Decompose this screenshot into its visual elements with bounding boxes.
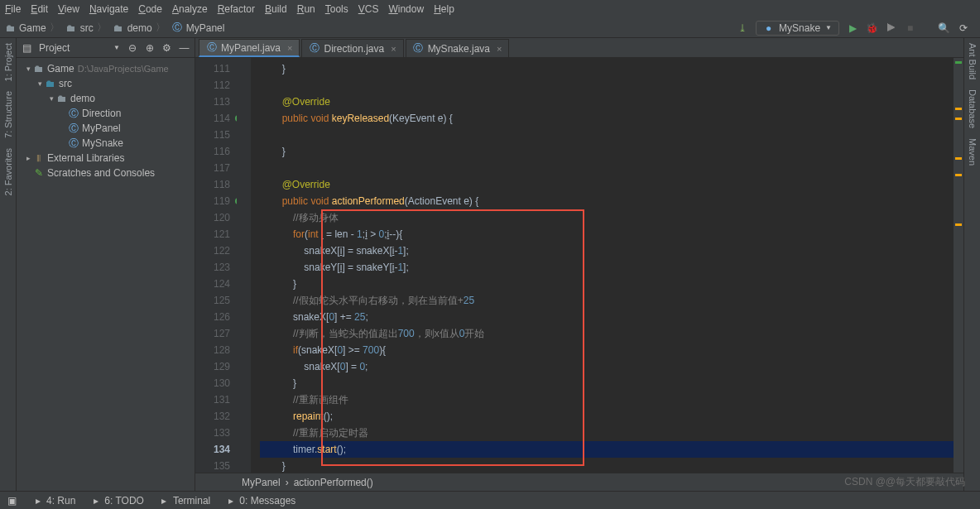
- code-line[interactable]: snakeX[i] = snakeX[i-1];: [260, 242, 954, 259]
- line-number[interactable]: 116: [195, 143, 230, 160]
- menu-refactor[interactable]: Refactor: [218, 3, 255, 15]
- menu-analyze[interactable]: Analyze: [172, 3, 208, 15]
- line-number[interactable]: 133: [195, 425, 230, 441]
- status-terminal[interactable]: ▸Terminal: [159, 495, 210, 507]
- line-number[interactable]: 122: [195, 242, 230, 259]
- line-number[interactable]: 135: [195, 458, 230, 473]
- breadcrumb-demo[interactable]: 🖿demo〉: [113, 21, 166, 35]
- code-line[interactable]: timer.start();: [260, 441, 954, 458]
- error-stripe[interactable]: [954, 58, 963, 473]
- collapse-icon[interactable]: ⊖: [127, 42, 137, 53]
- code-line[interactable]: snakeY[i] = snakeY[i-1];: [260, 259, 954, 276]
- menu-edit[interactable]: Edit: [31, 3, 48, 15]
- breadcrumb-bar[interactable]: MyPanel › actionPerformed(): [195, 473, 963, 491]
- rail-database[interactable]: Database: [968, 89, 978, 128]
- run-config-selector[interactable]: ● MySnake ▼: [756, 21, 839, 36]
- line-number[interactable]: 126: [195, 309, 230, 325]
- tree-direction[interactable]: ⒸDirection: [17, 106, 195, 121]
- line-number[interactable]: 124: [195, 276, 230, 292]
- line-number[interactable]: 113: [195, 94, 230, 110]
- close-icon[interactable]: ×: [287, 43, 292, 53]
- stop-icon[interactable]: ■: [905, 22, 915, 33]
- close-icon[interactable]: ×: [391, 44, 396, 54]
- code-line[interactable]: }: [260, 143, 954, 160]
- code-line[interactable]: //重新画组件: [260, 391, 954, 408]
- line-number[interactable]: 117: [195, 160, 230, 176]
- line-number[interactable]: 132: [195, 408, 230, 425]
- rail-project[interactable]: 1: Project: [3, 43, 13, 81]
- close-icon[interactable]: ×: [497, 44, 502, 54]
- code-line[interactable]: if(snakeX[0] >= 700){: [260, 342, 954, 358]
- gear-icon[interactable]: ⚙: [161, 42, 172, 53]
- code-line[interactable]: }: [260, 458, 954, 473]
- code-line[interactable]: }: [260, 375, 954, 391]
- menu-run[interactable]: Run: [297, 3, 315, 15]
- tab-direction-java[interactable]: ⒸDirection.java×: [301, 39, 403, 57]
- menu-tools[interactable]: Tools: [325, 3, 348, 15]
- line-number[interactable]: 121: [195, 226, 230, 242]
- chevron-down-icon[interactable]: ▼: [113, 44, 120, 51]
- tool-window-icon[interactable]: ▣: [7, 495, 17, 506]
- code-line[interactable]: public void actionPerformed(ActionEvent …: [260, 193, 954, 209]
- coverage-icon[interactable]: ⯈: [886, 22, 896, 33]
- fold-column[interactable]: [237, 58, 252, 473]
- line-number[interactable]: 115: [195, 127, 230, 143]
- crumb-class[interactable]: MyPanel: [242, 477, 281, 488]
- rail-antbuild[interactable]: Ant Build: [968, 43, 978, 79]
- breadcrumb-mypanel[interactable]: ⒸMyPanel: [172, 22, 225, 34]
- line-number[interactable]: 119: [195, 193, 230, 209]
- code-line[interactable]: public void keyReleased(KeyEvent e) {: [260, 110, 954, 127]
- line-number[interactable]: 114: [195, 110, 230, 127]
- code-line[interactable]: [260, 160, 954, 176]
- line-gutter[interactable]: 1111121131141151161171181191201211221231…: [195, 58, 237, 473]
- menu-window[interactable]: Window: [388, 3, 424, 15]
- code-line[interactable]: [260, 77, 954, 94]
- code-line[interactable]: @Override: [260, 94, 954, 110]
- tab-mypanel-java[interactable]: ⒸMyPanel.java×: [199, 39, 300, 57]
- search-icon[interactable]: 🔍: [939, 22, 949, 33]
- debug-icon[interactable]: 🐞: [867, 22, 877, 33]
- tree-game[interactable]: ▾🖿GameD:\JavaProjects\Game: [17, 61, 195, 76]
- code-line[interactable]: }: [260, 60, 954, 77]
- status-todo[interactable]: ▸6: TODO: [90, 495, 144, 507]
- menu-file[interactable]: File: [5, 3, 21, 15]
- hide-icon[interactable]: —: [179, 42, 190, 53]
- code-line[interactable]: //移动身体: [260, 209, 954, 226]
- line-number[interactable]: 131: [195, 391, 230, 408]
- code-line[interactable]: [260, 127, 954, 143]
- breadcrumb-game[interactable]: 🖿Game〉: [5, 21, 60, 35]
- code-line[interactable]: }: [260, 276, 954, 292]
- code-line[interactable]: //重新启动定时器: [260, 425, 954, 441]
- line-number[interactable]: 123: [195, 259, 230, 276]
- tree-src[interactable]: ▾🖿src: [17, 76, 195, 91]
- line-number[interactable]: 128: [195, 342, 230, 358]
- tree-demo[interactable]: ▾🖿demo: [17, 91, 195, 106]
- code-line[interactable]: for(int i = len - 1;i > 0;i--){: [260, 226, 954, 242]
- target-icon[interactable]: ⊕: [144, 42, 155, 53]
- menu-build[interactable]: Build: [265, 3, 287, 15]
- menu-view[interactable]: View: [58, 3, 79, 15]
- line-number[interactable]: 111: [195, 60, 230, 77]
- tab-mysnake-java[interactable]: ⒸMySnake.java×: [406, 39, 510, 57]
- run-icon[interactable]: ▶: [848, 22, 858, 33]
- menu-navigate[interactable]: Navigate: [89, 3, 128, 15]
- build-icon[interactable]: ⤓: [737, 22, 747, 33]
- code-line[interactable]: repaint();: [260, 408, 954, 425]
- tree-scratches-and-consoles[interactable]: ✎Scratches and Consoles: [17, 166, 195, 180]
- line-number[interactable]: 112: [195, 77, 230, 94]
- update-icon[interactable]: ⟳: [958, 22, 968, 33]
- crumb-method[interactable]: actionPerformed(): [294, 477, 373, 488]
- line-number[interactable]: 130: [195, 375, 230, 391]
- line-number[interactable]: 134: [195, 441, 230, 458]
- rail-structure[interactable]: 7: Structure: [3, 91, 13, 138]
- status-messages[interactable]: ▸0: Messages: [225, 495, 295, 507]
- code-editor[interactable]: } @Override public void keyReleased(KeyE…: [252, 58, 954, 473]
- code-line[interactable]: snakeX[0] = 0;: [260, 358, 954, 375]
- status-run[interactable]: ▸4: Run: [32, 495, 75, 507]
- code-line[interactable]: //假如蛇头水平向右移动，则在当前值+25: [260, 292, 954, 309]
- line-number[interactable]: 125: [195, 292, 230, 309]
- tree-mysnake[interactable]: ⒸMySnake: [17, 136, 195, 151]
- menu-help[interactable]: Help: [434, 3, 454, 15]
- line-number[interactable]: 129: [195, 358, 230, 375]
- line-number[interactable]: 118: [195, 176, 230, 193]
